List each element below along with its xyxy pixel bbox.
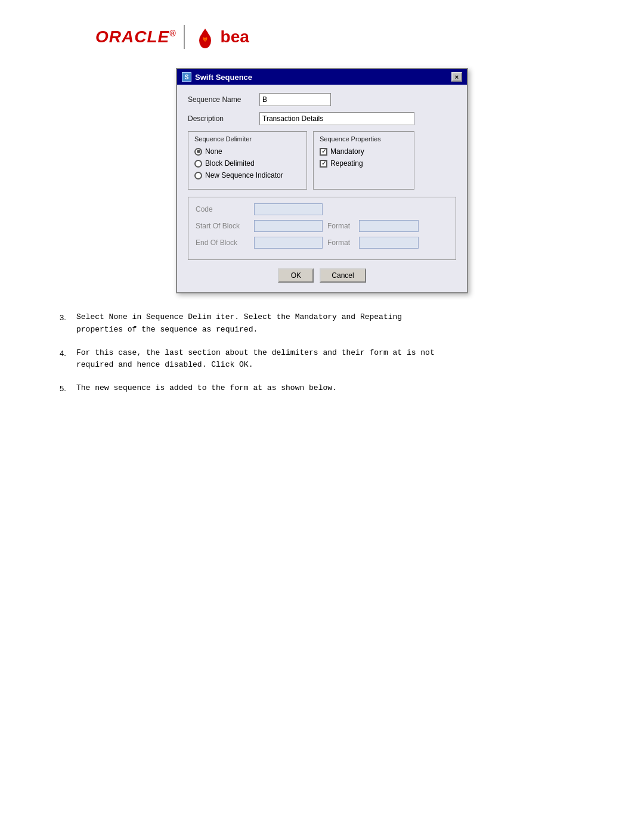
- end-block-label: End Of Block: [196, 239, 249, 247]
- dialog-body: Sequence Name Description Sequence Delim…: [177, 85, 467, 292]
- cancel-button[interactable]: Cancel: [320, 268, 366, 283]
- repeating-check-row[interactable]: Repeating: [320, 159, 408, 168]
- sequence-name-input[interactable]: [259, 93, 331, 106]
- repeating-checkbox[interactable]: [320, 160, 327, 168]
- dialog-wrapper: S Swift Sequence × Sequence Name Descrip…: [36, 68, 608, 293]
- dialog-close-button[interactable]: ×: [451, 72, 462, 82]
- mandatory-label: Mandatory: [330, 147, 364, 156]
- instruction-text-3: Select None in Sequence Delim iter. Sele…: [76, 311, 402, 336]
- description-label: Description: [188, 114, 259, 123]
- bea-icon: [192, 24, 218, 50]
- dialog-title-text: Swift Sequence: [195, 73, 252, 82]
- instruction-number-3: 3.: [60, 311, 72, 336]
- description-input[interactable]: [259, 112, 414, 125]
- start-format-input[interactable]: [359, 220, 419, 232]
- sequence-name-row: Sequence Name: [188, 93, 456, 106]
- swift-sequence-dialog: S Swift Sequence × Sequence Name Descrip…: [176, 68, 468, 293]
- end-block-input[interactable]: [254, 237, 323, 249]
- new-sequence-radio[interactable]: [194, 172, 202, 179]
- instruction-item-4: 4. For this case, the last section about…: [60, 347, 584, 372]
- dialog-buttons: OK Cancel: [188, 268, 456, 283]
- start-format-label: Format: [327, 222, 354, 230]
- oracle-logo-text: ORACLE®: [95, 27, 177, 47]
- instruction-item-3: 3. Select None in Sequence Delim iter. S…: [60, 311, 584, 336]
- delimiter-details-section: Code Start Of Block Format End Of Block …: [188, 197, 456, 260]
- code-row: Code: [196, 203, 448, 215]
- bea-logo-text: bea: [221, 27, 249, 47]
- end-format-input[interactable]: [359, 237, 419, 249]
- sequence-properties-fieldset: Sequence Properties Mandatory Repeating: [313, 131, 414, 190]
- instructions-section: 3. Select None in Sequence Delim iter. S…: [36, 311, 608, 395]
- ok-button[interactable]: OK: [278, 268, 314, 283]
- code-input[interactable]: [254, 203, 323, 215]
- instruction-number-4: 4.: [60, 347, 72, 372]
- code-label: Code: [196, 205, 249, 213]
- instruction-number-5: 5.: [60, 382, 72, 395]
- sequence-delimiter-fieldset: Sequence Delimiter None Block Delimited …: [188, 131, 307, 190]
- end-block-row: End Of Block Format: [196, 237, 448, 249]
- block-delimited-label: Block Delimited: [205, 159, 255, 168]
- sequence-name-label: Sequence Name: [188, 95, 259, 104]
- mandatory-check-row[interactable]: Mandatory: [320, 147, 408, 156]
- mandatory-checkbox[interactable]: [320, 148, 327, 156]
- none-radio[interactable]: [194, 148, 202, 156]
- end-format-label: Format: [327, 239, 354, 247]
- none-label: None: [205, 147, 222, 156]
- instruction-text-4: For this case, the last section about th…: [76, 347, 435, 372]
- start-block-row: Start Of Block Format: [196, 220, 448, 232]
- start-block-label: Start Of Block: [196, 222, 249, 230]
- block-delimited-radio[interactable]: [194, 160, 202, 168]
- instruction-item-5: 5. The new sequence is added to the form…: [60, 382, 584, 395]
- new-sequence-radio-row[interactable]: New Sequence Indicator: [194, 171, 301, 179]
- new-sequence-label: New Sequence Indicator: [205, 171, 283, 179]
- repeating-label: Repeating: [330, 159, 363, 168]
- description-row: Description: [188, 112, 456, 125]
- sequence-delimiter-title: Sequence Delimiter: [194, 135, 301, 143]
- start-block-input[interactable]: [254, 220, 323, 232]
- dialog-titlebar: S Swift Sequence ×: [177, 69, 467, 85]
- instruction-text-5: The new sequence is added to the form at…: [76, 382, 337, 395]
- dialog-title-left: S Swift Sequence: [182, 72, 252, 82]
- bea-logo: bea: [192, 24, 249, 50]
- none-radio-row[interactable]: None: [194, 147, 301, 156]
- logo-area: ORACLE® bea: [36, 24, 608, 50]
- sequence-properties-title: Sequence Properties: [320, 135, 408, 143]
- logo-divider: [184, 25, 185, 49]
- fieldsets-row: Sequence Delimiter None Block Delimited …: [188, 131, 456, 190]
- block-delimited-radio-row[interactable]: Block Delimited: [194, 159, 301, 168]
- dialog-window-icon: S: [182, 72, 191, 82]
